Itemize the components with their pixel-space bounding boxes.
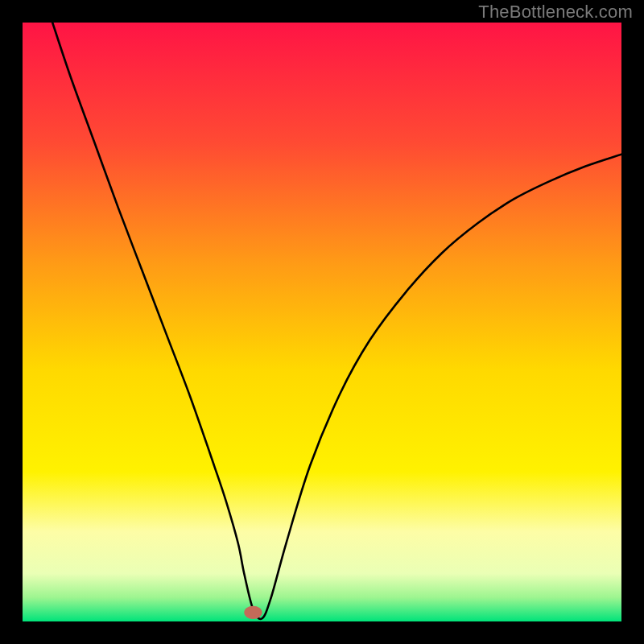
- optimum-marker: [244, 606, 262, 619]
- bottleneck-curve: [52, 23, 621, 619]
- chart-frame: TheBottleneck.com: [0, 0, 644, 644]
- curve-layer: [23, 23, 621, 621]
- watermark-text: TheBottleneck.com: [478, 2, 633, 23]
- plot-area: [23, 23, 621, 621]
